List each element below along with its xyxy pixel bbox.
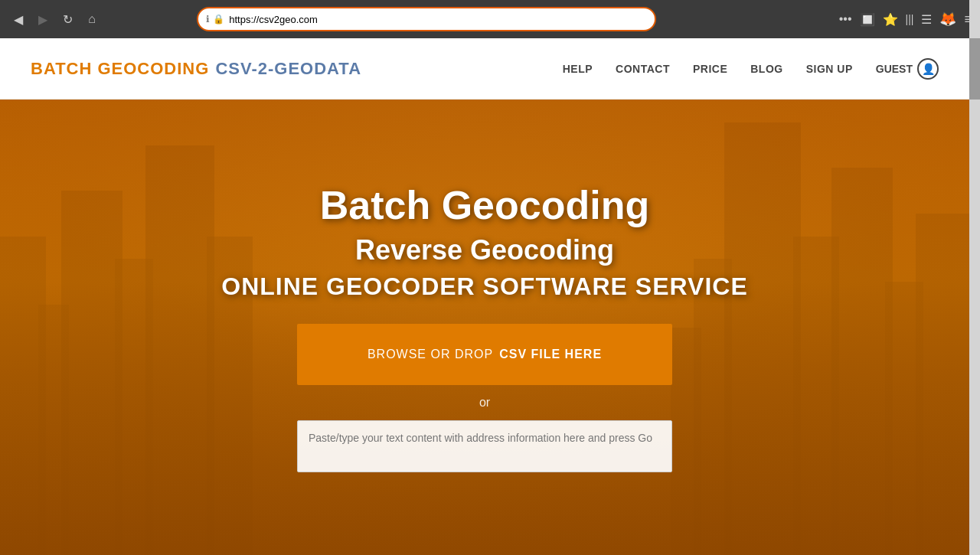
- nav-signup[interactable]: SIGN UP: [806, 63, 853, 75]
- browser-right-icons: ••• 🔲 ⭐ ||| ☰ 🦊 ≡: [839, 11, 972, 28]
- browser-nav-buttons: ◀ ▶ ↻ ⌂: [8, 8, 103, 30]
- nav-price[interactable]: PRICE: [693, 63, 727, 75]
- hero-section: Batch Geocoding Reverse Geocoding ONLINE…: [0, 100, 969, 555]
- reload-button[interactable]: ↻: [57, 8, 78, 30]
- info-icon: ℹ: [206, 14, 210, 24]
- hero-title-reverse-geocoding: Reverse Geocoding: [355, 234, 614, 266]
- more-options-icon[interactable]: •••: [839, 12, 852, 26]
- address-text-input[interactable]: [297, 420, 672, 472]
- bookmark-icon[interactable]: ⭐: [883, 12, 898, 27]
- back-button[interactable]: ◀: [8, 8, 29, 30]
- url-display[interactable]: https://csv2geo.com: [229, 14, 647, 25]
- nav-links: HELP CONTACT PRICE BLOG SIGN UP GUEST 👤: [563, 58, 939, 80]
- reading-mode-icon[interactable]: ☰: [921, 12, 932, 27]
- upload-btn-text-bold: CSV FILE HERE: [499, 348, 602, 361]
- user-avatar-icon: 👤: [917, 58, 939, 80]
- scrollbar-thumb[interactable]: [969, 38, 980, 100]
- hero-content: Batch Geocoding Reverse Geocoding ONLINE…: [0, 182, 969, 472]
- guest-menu[interactable]: GUEST 👤: [876, 58, 939, 80]
- scrollbar[interactable]: [969, 0, 980, 555]
- lock-icon: 🔒: [213, 14, 224, 24]
- nav-contact[interactable]: CONTACT: [616, 63, 670, 75]
- home-button[interactable]: ⌂: [81, 8, 103, 30]
- hero-title-service: ONLINE GEOCODER SOFTWARE SERVICE: [221, 273, 747, 301]
- navbar: BATCH GEOCODING CSV-2-GEODATA HELP CONTA…: [0, 38, 969, 100]
- logo-csv-geodata: CSV-2-GEODATA: [215, 59, 361, 79]
- logo-batch-geocoding: BATCH GEOCODING: [31, 59, 209, 79]
- forward-button[interactable]: ▶: [32, 8, 54, 30]
- or-divider: or: [479, 396, 490, 410]
- site-logo[interactable]: BATCH GEOCODING CSV-2-GEODATA: [31, 59, 361, 79]
- address-bar-container[interactable]: ℹ 🔒 https://csv2geo.com: [197, 7, 656, 31]
- pocket-icon[interactable]: 🔲: [860, 12, 875, 27]
- bookmarks-bar-icon[interactable]: |||: [906, 13, 914, 25]
- upload-btn-text-normal: BROWSE OR DROP: [368, 348, 493, 361]
- firefox-icon[interactable]: 🦊: [939, 11, 956, 28]
- upload-csv-button[interactable]: BROWSE OR DROP CSV FILE HERE: [297, 324, 672, 385]
- browser-chrome: ◀ ▶ ↻ ⌂ ℹ 🔒 https://csv2geo.com ••• 🔲 ⭐ …: [0, 0, 980, 38]
- nav-blog[interactable]: BLOG: [750, 63, 782, 75]
- hero-title-batch-geocoding: Batch Geocoding: [320, 182, 649, 228]
- address-info-icons: ℹ 🔒: [206, 14, 224, 24]
- nav-help[interactable]: HELP: [563, 63, 593, 75]
- guest-label: GUEST: [876, 63, 913, 75]
